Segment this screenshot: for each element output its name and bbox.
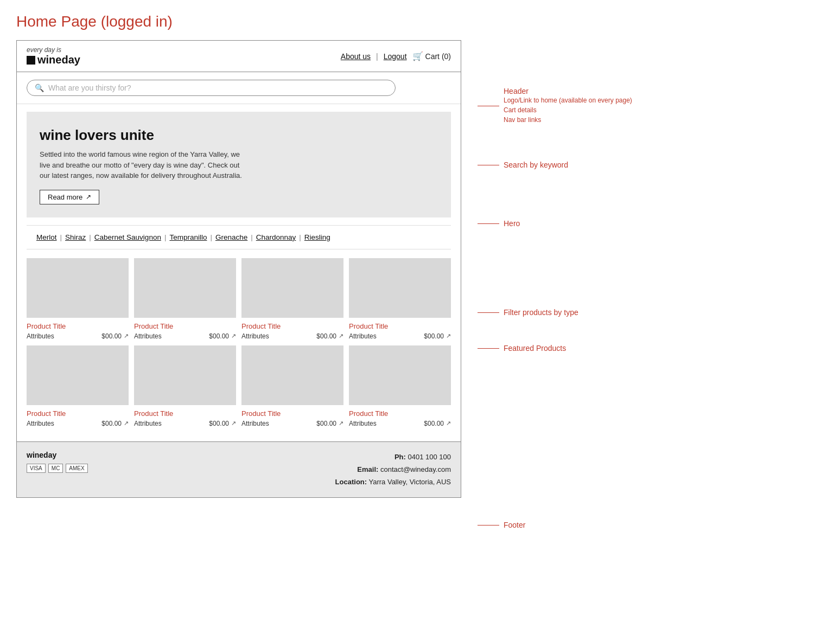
product-card[interactable]: Product TitleAttributes$00.00↗ [349, 345, 451, 427]
product-price: $00.00 [316, 332, 336, 340]
filter-link-shiraz[interactable]: Shiraz [65, 233, 86, 241]
product-attributes: Attributes [241, 420, 269, 427]
phone-label: Ph: [394, 453, 406, 461]
search-input-wrap[interactable]: 🔍 What are you thirsty for? [27, 80, 396, 96]
nav-logout-link[interactable]: Logout [384, 52, 407, 61]
arrow-icon: ↗ [86, 193, 91, 201]
product-meta: Attributes$00.00↗ [241, 420, 343, 427]
logo-area[interactable]: every day is wineday [27, 46, 80, 66]
product-attributes: Attributes [134, 420, 162, 427]
product-price: $00.00 [209, 332, 229, 340]
product-meta: Attributes$00.00↗ [27, 420, 129, 427]
product-title: Product Title [27, 409, 129, 418]
filter-link-chardonnay[interactable]: Chardonnay [256, 233, 296, 241]
filter-links: Merlot | Shiraz | Cabernet Sauvignon | T… [36, 233, 441, 241]
nav-about-link[interactable]: About us [341, 52, 371, 61]
products-row-0: Product TitleAttributes$00.00↗Product Ti… [27, 258, 451, 340]
product-meta: Attributes$00.00↗ [27, 332, 129, 340]
product-image [349, 258, 451, 318]
product-card[interactable]: Product TitleAttributes$00.00↗ [241, 258, 343, 340]
annotation-products: Featured Products [478, 344, 651, 353]
product-meta: Attributes$00.00↗ [241, 332, 343, 340]
annotation-text-hero: Hero [504, 219, 520, 228]
logo-square-icon [27, 56, 35, 65]
product-title: Product Title [241, 409, 343, 418]
product-attributes: Attributes [27, 332, 54, 340]
footer-phone: Ph: 0401 100 100 [335, 451, 451, 463]
product-price: $00.00 [209, 420, 229, 427]
product-card[interactable]: Product TitleAttributes$00.00↗ [134, 345, 236, 427]
phone-number: 0401 100 100 [408, 453, 451, 461]
annotations-panel: Header Logo/Link to home (available on e… [478, 40, 651, 529]
filter-link-tempranillo[interactable]: Tempranillo [169, 233, 207, 241]
filter-separator: | [60, 233, 62, 241]
product-card[interactable]: Product TitleAttributes$00.00↗ [134, 258, 236, 340]
annotation-line-products [478, 348, 499, 349]
filter-link-grenache[interactable]: Grenache [215, 233, 247, 241]
product-attributes: Attributes [349, 332, 377, 340]
filter-separator: | [89, 233, 91, 241]
annotation-footer: Footer [478, 521, 651, 529]
annotation-text-products: Featured Products [504, 344, 566, 353]
product-card[interactable]: Product TitleAttributes$00.00↗ [27, 258, 129, 340]
footer-logo[interactable]: wineday [27, 451, 88, 459]
product-meta: Attributes$00.00↗ [134, 332, 236, 340]
product-title: Product Title [349, 322, 451, 330]
site-header: every day is wineday About us | Logout 🛒… [17, 41, 461, 72]
product-link-icon: ↗ [339, 332, 343, 339]
product-link-icon: ↗ [446, 420, 451, 427]
product-link-icon: ↗ [124, 332, 129, 339]
product-price: $00.00 [316, 420, 336, 427]
footer-location: Location: Yarra Valley, Victoria, AUS [335, 476, 451, 488]
filter-link-merlot[interactable]: Merlot [36, 233, 57, 241]
filter-separator: | [164, 233, 167, 241]
payment-icon-visa: VISA [27, 464, 46, 473]
site-mockup: every day is wineday About us | Logout 🛒… [16, 40, 461, 498]
product-image [27, 258, 129, 318]
product-title: Product Title [134, 322, 236, 330]
read-more-label: Read more [48, 193, 82, 201]
annotation-header: Header Logo/Link to home (available on e… [478, 87, 651, 125]
annotation-text-filter: Filter products by type [504, 308, 578, 317]
read-more-button[interactable]: Read more ↗ [40, 190, 99, 204]
product-link-icon: ↗ [231, 420, 236, 427]
site-footer: wineday VISAMCAMEX Ph: 0401 100 100 Emai… [17, 441, 461, 497]
search-icon: 🔍 [35, 84, 44, 92]
footer-left: wineday VISAMCAMEX [27, 451, 88, 473]
logo-tagline: every day is [27, 46, 80, 54]
location-label: Location: [335, 478, 367, 486]
footer-payment-icons: VISAMCAMEX [27, 464, 88, 473]
products-row-1: Product TitleAttributes$00.00↗Product Ti… [27, 345, 451, 427]
product-title: Product Title [27, 322, 129, 330]
product-image [241, 345, 343, 405]
product-attributes: Attributes [27, 420, 54, 427]
filter-link-cabernet-sauvignon[interactable]: Cabernet Sauvignon [94, 233, 161, 241]
nav-separator-1: | [376, 52, 378, 61]
annotation-line-footer [478, 525, 499, 526]
page-title: Home Page (logged in) [16, 13, 824, 30]
email-label: Email: [357, 465, 378, 473]
annotation-text-header: Header Logo/Link to home (available on e… [504, 87, 632, 125]
cart-label[interactable]: Cart (0) [425, 52, 451, 61]
annotation-filter: Filter products by type [478, 308, 651, 317]
product-meta: Attributes$00.00↗ [134, 420, 236, 427]
hero-title: wine lovers unite [40, 127, 438, 144]
logo-text: wineday [37, 54, 80, 66]
product-price: $00.00 [424, 332, 444, 340]
search-input[interactable]: What are you thirsty for? [48, 84, 387, 92]
logo-name[interactable]: wineday [27, 54, 80, 66]
product-link-icon: ↗ [231, 332, 236, 339]
payment-icon-amex: AMEX [66, 464, 87, 473]
annotation-text-footer: Footer [504, 521, 525, 529]
product-link-icon: ↗ [446, 332, 451, 339]
product-card[interactable]: Product TitleAttributes$00.00↗ [349, 258, 451, 340]
hero-description: Settled into the world famous wine regio… [40, 149, 246, 181]
product-link-icon: ↗ [339, 420, 343, 427]
email-address: contact@wineday.com [380, 465, 451, 473]
product-card[interactable]: Product TitleAttributes$00.00↗ [27, 345, 129, 427]
product-attributes: Attributes [349, 420, 377, 427]
hero-section: wine lovers unite Settled into the world… [27, 112, 451, 217]
cart-area[interactable]: 🛒 Cart (0) [412, 51, 451, 61]
filter-link-riesling[interactable]: Riesling [304, 233, 330, 241]
product-card[interactable]: Product TitleAttributes$00.00↗ [241, 345, 343, 427]
